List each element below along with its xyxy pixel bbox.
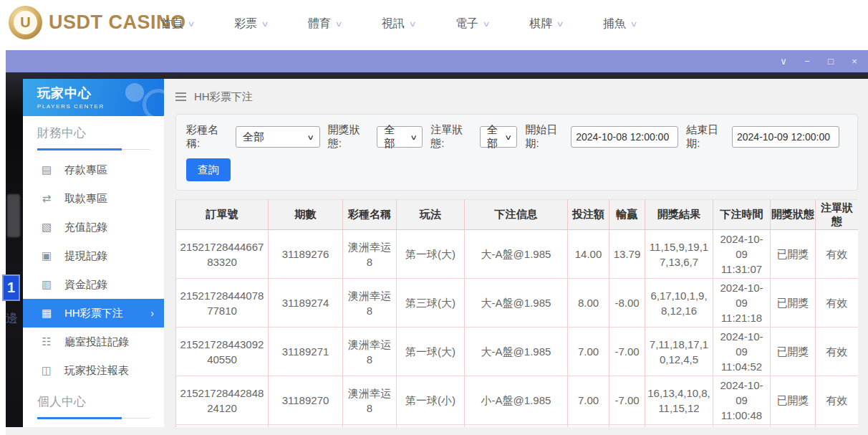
end-date-input[interactable] [732,126,839,148]
table-cell: 有效 [816,328,859,376]
column-header: 訂單號 [176,200,269,230]
table-cell: 8.00 [568,279,609,328]
sidebar-item-player-bet-report[interactable]: ◫玩家投注報表› [23,356,164,385]
menu-toggle-icon[interactable] [175,92,186,101]
table-cell: 2152172844284824120 [176,376,269,425]
app-panel: 玩家中心 PLAYERS CENTER 財務中心▤存款專區›⇄取款專區›▧充值記… [23,79,868,427]
close-icon[interactable]: × [849,56,859,67]
deposit-card-icon: ▤ [40,163,53,176]
nav-item-label: 視訊 [382,16,405,32]
horizontal-scrollbar[interactable] [6,427,868,435]
site-header: U USDT CASINO 首頁∨彩票∨體育∨視訊∨電子∨棋牌∨捕魚∨ [0,0,868,47]
column-header: 下注信息 [465,200,568,230]
lottery-name-label: 彩種名稱: [186,123,231,150]
sidebar: 玩家中心 PLAYERS CENTER 財務中心▤存款專區›⇄取款專區›▧充值記… [23,79,164,427]
sidebar-item-label: 資金記錄 [64,278,107,292]
table-cell: 大-A盤@1.985 [465,279,568,328]
nav-item-slots[interactable]: 電子∨ [435,16,509,32]
table-cell: 2024-10-09 11:00:48 [713,376,771,425]
checklist-icon: ☷ [40,335,53,348]
chevron-down-icon: ∨ [307,133,315,141]
sidebar-header: 玩家中心 PLAYERS CENTER [23,79,164,116]
sidebar-item-withdraw[interactable]: ⇄取款專區› [23,184,164,213]
sidebar-menu: ▤存款專區›⇄取款專區›▧充值記錄›▣提現記錄›▥資金記錄›▦HH彩票下注›☷廳… [23,156,164,385]
start-date-label: 開始日期: [525,123,566,150]
table-cell: 小-A盤@1.985 [465,376,568,425]
table-row: 215217284430924055031189271澳洲幸运8第一球(大)大-… [176,328,859,376]
chevron-down-icon: ∨ [504,133,512,141]
table-cell: -7.00 [609,376,645,425]
lottery-name-select[interactable]: 全部 ∨ [236,126,320,148]
draw-status-select[interactable]: 全部 ∨ [377,126,423,148]
sidebar-item-recharge-record[interactable]: ▧充值記錄› [23,213,164,242]
table-cell: 2024-10-09 11:04:52 [713,328,771,376]
sidebar-item-label: HH彩票下注 [64,307,123,320]
table-cell: 2024-10-09 11:21:18 [713,279,771,328]
column-header: 輸贏 [609,200,645,230]
table-cell: 大-A盤@1.985 [465,230,568,279]
withdraw-hand-icon: ⇄ [40,192,53,205]
bets-table: 訂單號期數彩種名稱玩法下注信息投注額輸贏開獎結果下注時間開獎狀態注單狀態 215… [175,199,858,427]
sidebar-item-hall-bet-record[interactable]: ☷廳室投註記錄› [23,328,164,356]
sidebar-item-label: 存款專區 [64,163,107,177]
sidebar-item-label: 玩家投注報表 [64,364,129,378]
table-cell: 澳洲幸运8 [343,279,397,328]
table-cell: 有效 [816,230,859,279]
chevron-down-icon: ∨ [187,19,195,29]
start-date-input[interactable] [571,126,678,148]
column-header: 期數 [269,200,343,230]
nav-item-lottery[interactable]: 彩票∨ [214,16,288,32]
nav-item-label: 電子 [455,16,478,32]
window-titlebar: ∨ − □ × [6,50,868,72]
nav-item-sports[interactable]: 體育∨ [288,16,362,32]
sidebar-item-label: 提現記錄 [64,249,107,263]
backdrop-badge: 1 [2,274,20,301]
gamepad-icon [125,83,144,102]
end-date-label: 結束日期: [686,123,727,150]
table-cell: 2152172844466783320 [176,230,269,279]
nav-item-label: 首頁 [160,16,183,32]
sidebar-item-funds-record[interactable]: ▥資金記錄› [23,270,164,299]
table-cell: 澳洲幸运8 [343,230,397,279]
nav-item-label: 體育 [308,16,331,32]
column-header: 下注時間 [713,200,771,230]
column-header: 開獎狀態 [771,200,816,230]
query-button[interactable]: 查詢 [186,158,231,181]
table-cell: 已開獎 [771,376,816,425]
section-heading: 個人中心 [37,393,150,410]
nav-item-home[interactable]: 首頁∨ [140,16,214,32]
table-cell: -8.00 [609,279,645,328]
nav-item-fishing[interactable]: 捕魚∨ [583,16,657,32]
draw-status-value: 全部 [384,123,405,150]
table-cell: 已開獎 [771,279,816,328]
chevron-down-icon: ∨ [408,19,416,29]
main-nav: 首頁∨彩票∨體育∨視訊∨電子∨棋牌∨捕魚∨ [140,0,657,47]
table-cell: 已開獎 [771,328,816,376]
sidebar-item-label: 廳室投註記錄 [64,335,129,349]
backdrop-decoration [7,194,20,237]
chevron-down-icon: ∨ [556,19,564,29]
chevron-down-icon: ∨ [630,19,637,29]
column-header: 彩種名稱 [343,200,397,230]
table-cell: 2152172844309240550 [176,328,269,376]
sidebar-item-withdrawal-record[interactable]: ▣提現記錄› [23,242,164,270]
table-row: 215217284440787781031189274澳洲幸运8第三球(大)大-… [176,279,859,328]
table-cell: 31189274 [269,279,343,328]
column-header: 投注額 [568,200,609,230]
sidebar-item-hh-lottery-bets[interactable]: ▦HH彩票下注› [23,299,164,328]
nav-item-cards[interactable]: 棋牌∨ [509,16,583,32]
nav-item-video[interactable]: 視訊∨ [362,16,435,32]
table-cell: 大-A盤@1.985 [465,328,568,376]
table-cell: 2152172844407877810 [176,279,269,328]
section-divider [37,149,150,150]
chevron-down-icon: ∨ [410,133,418,141]
bet-status-select[interactable]: 全部 ∨ [480,126,518,148]
table-cell: 6,17,10,1,9,8,12,16 [645,279,713,328]
minimize-icon[interactable]: − [802,56,812,67]
nav-item-label: 彩票 [234,16,257,32]
filter-panel: 彩種名稱: 全部 ∨ 開獎狀態: 全部 ∨ 注單狀態: 全 [175,114,858,191]
chevron-down-icon[interactable]: ∨ [778,56,789,67]
sidebar-item-deposit[interactable]: ▤存款專區› [23,156,164,184]
table-cell: 澳洲幸运8 [343,376,397,425]
maximize-icon[interactable]: □ [826,56,836,67]
